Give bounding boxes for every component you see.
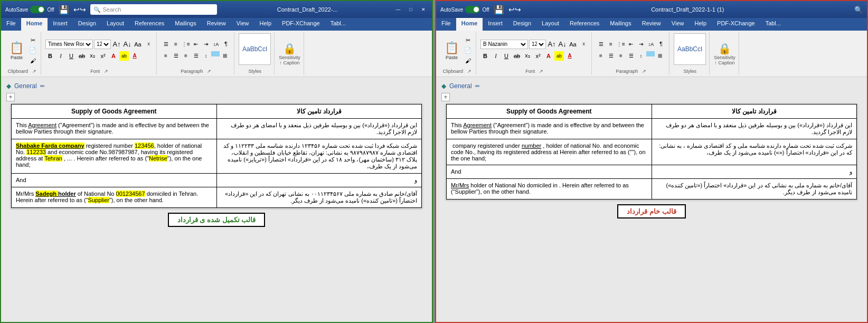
format-painter-icon[interactable]: 🖌 bbox=[28, 56, 37, 65]
right-superscript-button[interactable]: x² bbox=[533, 51, 543, 61]
right-tab-view[interactable]: View bbox=[666, 18, 690, 31]
right-edit-general-icon[interactable]: ✏ bbox=[475, 83, 480, 90]
indent-dec-btn[interactable]: ⇤ bbox=[191, 40, 201, 49]
font-color-btn[interactable]: A bbox=[109, 51, 118, 61]
subscript-button[interactable]: x₂ bbox=[88, 51, 97, 61]
right-cut-icon[interactable]: ✂ bbox=[463, 36, 473, 45]
tab-mailings[interactable]: Mailings bbox=[169, 18, 201, 31]
maximize-btn[interactable]: □ bbox=[407, 5, 415, 14]
right-tab-help[interactable]: Help bbox=[689, 18, 712, 31]
right-save-icon[interactable]: 💾 bbox=[494, 5, 504, 15]
tab-view[interactable]: View bbox=[231, 18, 254, 31]
autosave-toggle[interactable] bbox=[30, 6, 45, 13]
bold-button[interactable]: B bbox=[45, 51, 55, 61]
right-clear-format-icon[interactable]: ☓ bbox=[579, 40, 588, 49]
font-case-icon[interactable]: Aa bbox=[133, 40, 143, 49]
copy-icon[interactable]: 📄 bbox=[28, 46, 37, 55]
right-font-color-btn[interactable]: A bbox=[544, 51, 553, 61]
redo-icon[interactable]: ↪ bbox=[80, 5, 86, 14]
right-sensitivity-label[interactable]: Sensitivity bbox=[714, 55, 735, 60]
align-center-btn[interactable]: ☰ bbox=[171, 51, 181, 61]
right-font-shrink-icon[interactable]: A↓ bbox=[558, 40, 567, 49]
right-line-spacing-btn[interactable]: ↕ bbox=[636, 51, 646, 61]
right-sort-btn[interactable]: ↕A bbox=[646, 40, 656, 49]
undo-icon[interactable]: ↩ bbox=[73, 5, 80, 14]
right-show-marks-btn[interactable]: ¶ bbox=[656, 40, 666, 49]
edit-general-icon[interactable]: ✏ bbox=[40, 83, 45, 90]
tab-design[interactable]: Design bbox=[73, 18, 101, 31]
right-underline-button[interactable]: U bbox=[502, 51, 511, 61]
sensitivity-label[interactable]: Sensitivity bbox=[279, 55, 300, 60]
borders-btn[interactable]: ⊞ bbox=[220, 51, 230, 61]
align-right-btn[interactable]: ≡ bbox=[181, 51, 191, 61]
left-autosave[interactable]: AutoSave Off bbox=[5, 6, 54, 13]
font-color2-btn[interactable]: A bbox=[130, 51, 139, 61]
right-font-size-select[interactable]: 12 bbox=[529, 40, 546, 49]
right-format-painter-icon[interactable]: 🖌 bbox=[463, 56, 473, 65]
right-highlight-btn[interactable]: ab bbox=[554, 51, 564, 61]
right-undo-icon[interactable]: ↩ bbox=[508, 5, 515, 14]
right-paste-button[interactable]: 📋 Paste bbox=[441, 40, 462, 61]
tab-pdfxchange[interactable]: PDF-XChange bbox=[277, 18, 325, 31]
right-tab-references[interactable]: References bbox=[564, 18, 605, 31]
right-autosave[interactable]: AutoSave Off bbox=[440, 6, 489, 13]
right-tab-insert[interactable]: Insert bbox=[483, 18, 508, 31]
italic-button[interactable]: I bbox=[56, 51, 65, 61]
close-btn[interactable]: ✕ bbox=[419, 5, 428, 14]
shading-btn[interactable] bbox=[211, 51, 220, 56]
right-justify-btn[interactable]: ☰ bbox=[626, 51, 636, 61]
tab-file[interactable]: File bbox=[1, 18, 21, 31]
right-strikethrough-button[interactable]: ab bbox=[512, 51, 522, 61]
underline-button[interactable]: U bbox=[67, 51, 76, 61]
right-tab-pdfxchange[interactable]: PDF-XChange bbox=[712, 18, 760, 31]
right-font-color2-btn[interactable]: A bbox=[565, 51, 574, 61]
strikethrough-button[interactable]: ab bbox=[77, 51, 87, 61]
right-shading-btn[interactable] bbox=[646, 51, 655, 56]
right-search-icon[interactable]: 🔍 bbox=[854, 6, 863, 14]
right-numbering-btn[interactable]: ≡ bbox=[606, 40, 616, 49]
right-multilevel-btn[interactable]: ⋮≡ bbox=[616, 40, 626, 49]
caption-btn[interactable]: ↑ Caption bbox=[280, 60, 300, 65]
font-grow-icon[interactable]: A↑ bbox=[112, 40, 121, 49]
right-indent-inc-btn[interactable]: ⇥ bbox=[636, 40, 646, 49]
right-tab-layout[interactable]: Layout bbox=[536, 18, 564, 31]
right-bullets-btn[interactable]: ☰ bbox=[596, 40, 606, 49]
superscript-button[interactable]: x² bbox=[98, 51, 108, 61]
highlight-btn[interactable]: ab bbox=[119, 51, 129, 61]
paste-button[interactable]: 📋 Paste bbox=[6, 40, 27, 61]
right-align-left-btn[interactable]: ≡ bbox=[596, 51, 606, 61]
tab-help[interactable]: Help bbox=[254, 18, 277, 31]
tab-home[interactable]: Home bbox=[21, 18, 48, 31]
right-tab-file[interactable]: File bbox=[436, 18, 456, 31]
right-tab-table[interactable]: Tabl... bbox=[760, 18, 786, 31]
line-spacing-btn[interactable]: ↕ bbox=[201, 51, 211, 61]
cut-icon[interactable]: ✂ bbox=[28, 36, 37, 45]
tab-layout[interactable]: Layout bbox=[101, 18, 129, 31]
right-autosave-toggle[interactable] bbox=[465, 6, 480, 13]
style-preview[interactable]: AaBbCcI bbox=[239, 33, 271, 65]
right-align-right-btn[interactable]: ≡ bbox=[616, 51, 626, 61]
save-icon[interactable]: 💾 bbox=[59, 5, 69, 15]
right-redo-icon[interactable]: ↪ bbox=[515, 5, 521, 14]
right-align-center-btn[interactable]: ☰ bbox=[606, 51, 616, 61]
right-tab-review[interactable]: Review bbox=[637, 18, 666, 31]
right-font-grow-icon[interactable]: A↑ bbox=[547, 40, 556, 49]
right-style-preview[interactable]: AaBbCcI bbox=[674, 33, 706, 65]
align-left-btn[interactable]: ≡ bbox=[161, 51, 171, 61]
bullets-btn[interactable]: ☰ bbox=[161, 40, 171, 49]
indent-inc-btn[interactable]: ⇥ bbox=[201, 40, 211, 49]
add-table-btn[interactable]: + bbox=[6, 93, 15, 101]
right-add-table-btn[interactable]: + bbox=[441, 93, 450, 101]
font-shrink-icon[interactable]: A↓ bbox=[122, 40, 132, 49]
font-family-select[interactable]: Times New Rom bbox=[45, 40, 93, 49]
right-tab-mailings[interactable]: Mailings bbox=[605, 18, 636, 31]
tab-references[interactable]: References bbox=[129, 18, 169, 31]
right-font-family-select[interactable]: B Nazanin bbox=[480, 40, 528, 49]
right-font-case-icon[interactable]: Aa bbox=[568, 40, 578, 49]
right-copy-icon[interactable]: 📄 bbox=[463, 46, 473, 55]
left-search-bar[interactable]: 🔍 Search bbox=[90, 4, 217, 15]
multilevel-btn[interactable]: ⋮≡ bbox=[181, 40, 191, 49]
right-borders-btn[interactable]: ⊞ bbox=[655, 51, 665, 61]
right-tab-design[interactable]: Design bbox=[508, 18, 536, 31]
sort-btn[interactable]: ↕A bbox=[211, 40, 221, 49]
